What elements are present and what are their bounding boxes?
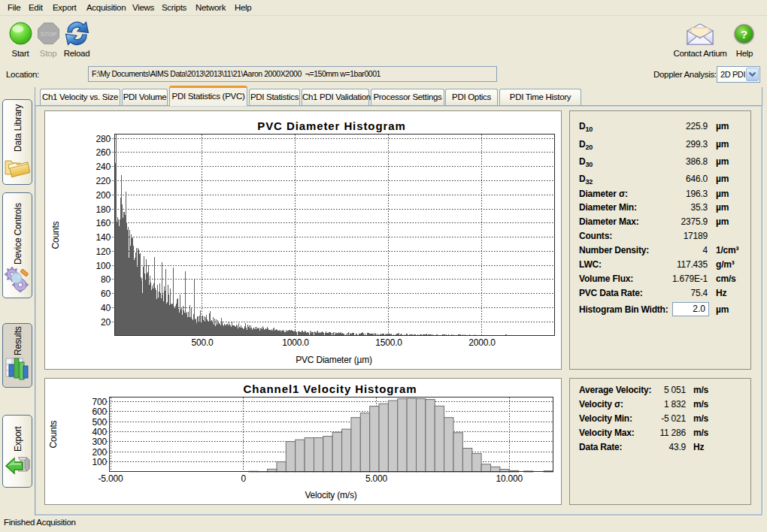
svg-text:500: 500 xyxy=(92,417,108,428)
svg-text:100: 100 xyxy=(92,457,108,467)
svg-text:300: 300 xyxy=(92,437,108,447)
svg-text:600: 600 xyxy=(92,407,108,417)
svg-text:-5.000: -5.000 xyxy=(99,473,123,484)
svg-text:200: 200 xyxy=(92,447,108,458)
svg-text:Channel1 Velocity Histogram: Channel1 Velocity Histogram xyxy=(243,382,417,395)
svg-text:0: 0 xyxy=(241,473,247,484)
svg-text:10.000: 10.000 xyxy=(496,473,523,484)
svg-text:Counts: Counts xyxy=(48,420,59,448)
svg-text:5.000: 5.000 xyxy=(365,473,388,484)
svg-text:Velocity (m/s): Velocity (m/s) xyxy=(305,490,356,500)
svg-text:400: 400 xyxy=(92,427,108,437)
svg-text:700: 700 xyxy=(92,397,108,407)
